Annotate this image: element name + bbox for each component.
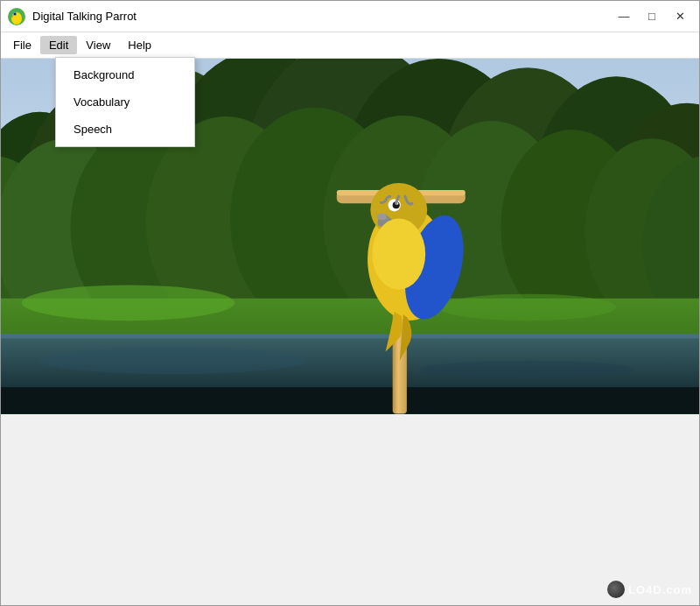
- watermark-globe-icon: [607, 581, 625, 598]
- minimize-button[interactable]: —: [612, 7, 636, 26]
- svg-point-25: [22, 285, 234, 321]
- svg-point-29: [39, 348, 305, 374]
- edit-dropdown-menu: Background Vocabulary Speech: [55, 57, 195, 147]
- window-title: Digital Talking Parrot: [32, 10, 612, 23]
- svg-point-26: [438, 294, 616, 321]
- title-bar: Digital Talking Parrot — □ ✕: [1, 1, 699, 32]
- svg-point-41: [372, 219, 425, 290]
- svg-point-3: [14, 13, 16, 15]
- svg-rect-28: [1, 334, 699, 338]
- menu-item-file[interactable]: File: [4, 36, 40, 54]
- watermark: LO4D.com: [607, 581, 692, 598]
- menu-item-help[interactable]: Help: [119, 36, 160, 54]
- window-controls: — □ ✕: [612, 7, 692, 26]
- svg-point-1: [11, 12, 22, 25]
- close-button[interactable]: ✕: [668, 7, 692, 26]
- svg-point-30: [421, 361, 634, 378]
- menu-edit-speech[interactable]: Speech: [56, 116, 194, 143]
- svg-rect-31: [1, 387, 699, 413]
- menu-edit-vocabulary[interactable]: Vocabulary: [56, 88, 194, 116]
- app-icon: [8, 8, 25, 25]
- menu-bar: File Edit View Help Background Vocabular…: [1, 32, 699, 59]
- maximize-button[interactable]: □: [640, 7, 664, 26]
- menu-item-edit[interactable]: Edit: [40, 36, 77, 54]
- watermark-text: LO4D.com: [628, 583, 692, 596]
- main-window: Digital Talking Parrot — □ ✕ File Edit V…: [0, 0, 700, 606]
- menu-edit-background[interactable]: Background: [56, 61, 194, 88]
- menu-item-view[interactable]: View: [77, 36, 119, 54]
